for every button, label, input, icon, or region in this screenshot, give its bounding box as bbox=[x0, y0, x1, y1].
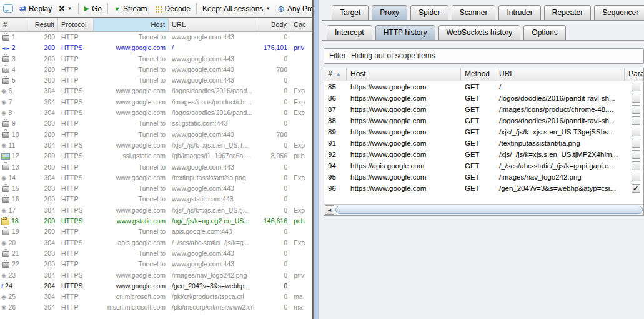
burp-tab[interactable]: Proxy bbox=[372, 5, 407, 20]
param-checkbox[interactable] bbox=[632, 184, 640, 193]
session-row[interactable]: 22 200 HTTP Tunnel to www.google.com:443… bbox=[0, 259, 312, 270]
session-row[interactable]: 18 200 HTTPS www.gstatic.com /og/_/js/k=… bbox=[0, 216, 312, 226]
session-row[interactable]: 26 304 HTTP mscrl.microsoft.com /pki/msc… bbox=[0, 302, 312, 313]
replay-button[interactable]: ⇄ Replay bbox=[17, 3, 54, 14]
session-number-cell: 21 bbox=[0, 248, 29, 259]
session-row[interactable]: 11 304 HTTPS www.google.com /xjs/_/js/k=… bbox=[0, 140, 312, 151]
session-row[interactable]: 7 304 HTTPS www.google.com /images/icons… bbox=[0, 97, 312, 108]
session-row[interactable]: 12 200 HTTPS ssl.gstatic.com /gb/images/… bbox=[0, 151, 312, 161]
session-row[interactable]: 1 200 HTTP Tunnel to www.google.com:443 … bbox=[0, 32, 312, 43]
remove-sessions-button[interactable]: × ▼ bbox=[56, 4, 74, 14]
history-row[interactable]: 95 https://www.google.com GET /images/na… bbox=[324, 171, 643, 183]
param-checkbox[interactable] bbox=[632, 105, 640, 114]
session-row[interactable]: 20 304 HTTPS apis.google.com /_/scs/abc-… bbox=[0, 238, 312, 248]
keep-sessions-dropdown[interactable]: Keep: All sessions ▼ bbox=[200, 3, 273, 14]
history-row[interactable]: 87 https://www.google.com GET /images/ic… bbox=[324, 104, 643, 115]
method-cell: GET bbox=[461, 171, 495, 183]
session-row[interactable]: 5 200 HTTP Tunnel to www.google.com:443 … bbox=[0, 75, 312, 86]
column-header-number[interactable]: # bbox=[0, 18, 29, 31]
cache-icon bbox=[1, 86, 6, 96]
param-checkbox[interactable] bbox=[632, 116, 640, 125]
session-row[interactable]: 10 200 HTTP Tunnel to www.google.com:443… bbox=[0, 129, 312, 140]
session-number-cell: 4 bbox=[0, 64, 29, 75]
caching-cell: Exp bbox=[290, 173, 312, 183]
column-header-host[interactable]: Host bbox=[347, 68, 461, 81]
session-row[interactable]: 16 200 HTTP Tunnel to www.gstatic.com:44… bbox=[0, 194, 312, 205]
url-cell: /_/scs/abc-static/_/js/k=g... bbox=[169, 238, 257, 248]
replay-label: Replay bbox=[29, 4, 52, 13]
go-button[interactable]: ▶ Go bbox=[82, 3, 104, 14]
history-row[interactable]: 92 https://www.google.com GET /xjs/_/js/… bbox=[324, 149, 643, 160]
column-header-param[interactable]: Param bbox=[625, 68, 643, 81]
param-checkbox[interactable] bbox=[632, 139, 640, 148]
column-header-url[interactable]: URL bbox=[169, 18, 257, 31]
session-row[interactable]: 15 200 HTTP Tunnel to www.google.com:443… bbox=[0, 183, 312, 194]
burp-tab[interactable]: Target bbox=[332, 5, 369, 20]
decode-button[interactable]: Decode bbox=[152, 3, 193, 14]
session-row[interactable]: 24 204 HTTPS www.google.com /gen_204?v=3… bbox=[0, 281, 312, 291]
column-header-host[interactable]: Host bbox=[94, 18, 169, 31]
scrollbar-left-arrow-icon[interactable]: ◀ bbox=[325, 205, 334, 215]
column-header-method[interactable]: Method bbox=[461, 68, 495, 81]
history-filter-bar[interactable]: Filter:Hiding out of scope items bbox=[324, 48, 644, 64]
burp-tab[interactable]: Spider bbox=[410, 5, 448, 20]
proxy-subtab[interactable]: Intercept bbox=[327, 25, 372, 40]
body-cell: 0 bbox=[257, 226, 290, 237]
body-cell: 0 bbox=[257, 75, 290, 86]
session-row[interactable]: 9 200 HTTP Tunnel to ssl.gstatic.com:443… bbox=[0, 118, 312, 129]
session-row[interactable]: 6 304 HTTPS www.google.com /logos/doodle… bbox=[0, 86, 312, 96]
param-checkbox[interactable] bbox=[632, 150, 640, 159]
proxy-subtab[interactable]: HTTP history bbox=[375, 25, 435, 40]
param-checkbox[interactable] bbox=[632, 83, 640, 91]
session-row[interactable]: 21 200 HTTP Tunnel to www.google.com:443… bbox=[0, 248, 312, 259]
proxy-subtab[interactable]: WebSockets history bbox=[438, 25, 521, 40]
session-row[interactable]: 23 304 HTTPS www.google.com /images/nav_… bbox=[0, 270, 312, 281]
host-cell: www.google.com bbox=[94, 97, 169, 108]
caching-cell bbox=[290, 226, 312, 237]
protocol-cell: HTTP bbox=[58, 259, 94, 270]
session-number: 5 bbox=[12, 75, 16, 86]
history-row[interactable]: 88 https://www.google.com GET /logos/doo… bbox=[324, 115, 643, 126]
proxy-subtab[interactable]: Options bbox=[523, 25, 565, 40]
scrollbar-thumb[interactable] bbox=[335, 206, 643, 214]
column-header-body[interactable]: Body bbox=[257, 18, 290, 31]
burp-tab[interactable]: Repeater bbox=[544, 5, 591, 20]
param-checkbox[interactable] bbox=[632, 161, 640, 170]
session-row[interactable]: 25 304 HTTP crl.microsoft.com /pki/crl/p… bbox=[0, 291, 312, 302]
burp-tab[interactable]: Sequencer bbox=[594, 5, 644, 20]
request-number-cell: 89 bbox=[324, 126, 347, 138]
comment-icon[interactable] bbox=[3, 4, 13, 13]
session-number: 23 bbox=[8, 270, 16, 281]
any-process-button[interactable]: ⊕ Any Process bbox=[275, 3, 312, 14]
session-row[interactable]: 8 304 HTTPS www.google.com /logos/doodle… bbox=[0, 108, 312, 118]
session-row[interactable]: 14 304 HTTPS www.google.com /textinputas… bbox=[0, 173, 312, 183]
column-header-number[interactable]: #▲ bbox=[324, 68, 347, 81]
session-row[interactable]: 2 200 HTTPS www.google.com / 176,101 pri… bbox=[0, 43, 312, 53]
burp-tab[interactable]: Intruder bbox=[498, 5, 540, 20]
column-header-caching[interactable]: Cac bbox=[290, 18, 312, 31]
url-cell: apis.google.com:443 bbox=[169, 226, 257, 237]
burp-tab[interactable]: Scanner bbox=[452, 5, 496, 20]
horizontal-scrollbar[interactable]: ◀ bbox=[324, 204, 643, 215]
history-row[interactable]: 86 https://www.google.com GET /logos/doo… bbox=[324, 93, 643, 104]
column-header-protocol[interactable]: Protocol bbox=[58, 18, 94, 31]
column-header-result[interactable]: Result bbox=[29, 18, 58, 31]
request-number-cell: 87 bbox=[324, 104, 347, 115]
stream-button[interactable]: ▼ Stream bbox=[111, 3, 150, 14]
session-row[interactable]: 13 200 HTTP Tunnel to www.google.com:443… bbox=[0, 162, 312, 173]
history-row[interactable]: 89 https://www.google.com GET /xjs/_/js/… bbox=[324, 126, 643, 138]
session-row[interactable]: 3 200 HTTP Tunnel to www.google.com:443 … bbox=[0, 54, 312, 64]
param-checkbox[interactable] bbox=[632, 128, 640, 136]
param-checkbox[interactable] bbox=[632, 173, 640, 181]
history-row[interactable]: 96 https://www.google.com GET /gen_204?v… bbox=[324, 183, 643, 194]
fiddler-window: ⇄ Replay × ▼ ▶ Go ▼ Stream Decode bbox=[0, 0, 312, 319]
session-row[interactable]: 17 304 HTTPS www.google.com /xjs/_/js/k=… bbox=[0, 205, 312, 216]
column-header-url[interactable]: URL bbox=[495, 68, 625, 81]
history-row[interactable]: 85 https://www.google.com GET / bbox=[324, 81, 643, 93]
session-row[interactable]: 4 200 HTTP Tunnel to www.google.com:443 … bbox=[0, 64, 312, 75]
history-row[interactable]: 91 https://www.google.com GET /textinput… bbox=[324, 138, 643, 149]
session-number: 12 bbox=[12, 151, 19, 161]
history-row[interactable]: 94 https://apis.google.com GET /_/scs/ab… bbox=[324, 160, 643, 171]
session-row[interactable]: 19 200 HTTP Tunnel to apis.google.com:44… bbox=[0, 226, 312, 237]
param-checkbox[interactable] bbox=[632, 94, 640, 103]
